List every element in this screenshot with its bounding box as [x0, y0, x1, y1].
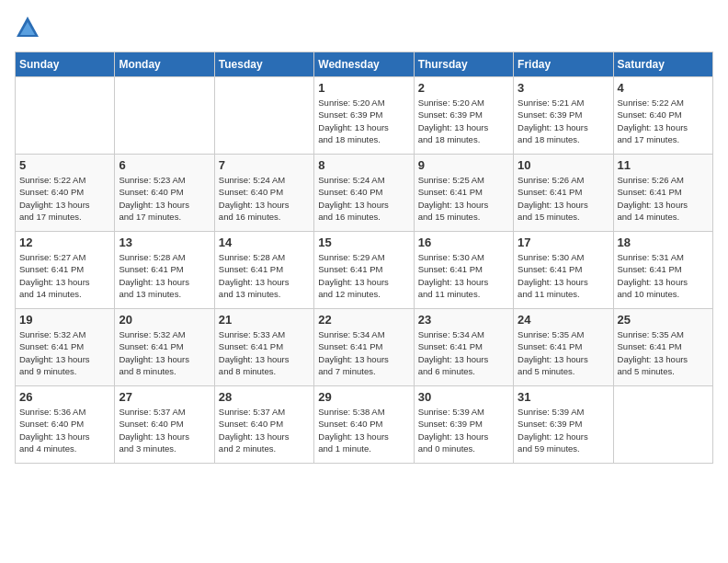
- day-info: Sunrise: 5:22 AM Sunset: 6:40 PM Dayligh…: [618, 97, 709, 145]
- day-number: 24: [518, 313, 609, 327]
- page-header: [15, 15, 713, 40]
- day-number: 8: [318, 158, 409, 172]
- day-number: 26: [19, 390, 110, 404]
- calendar-cell: 12Sunrise: 5:27 AM Sunset: 6:41 PM Dayli…: [16, 232, 115, 309]
- day-info: Sunrise: 5:34 AM Sunset: 6:41 PM Dayligh…: [418, 328, 509, 377]
- day-info: Sunrise: 5:37 AM Sunset: 6:40 PM Dayligh…: [119, 406, 210, 454]
- day-number: 6: [119, 158, 210, 172]
- calendar-cell: 29Sunrise: 5:38 AM Sunset: 6:40 PM Dayli…: [314, 386, 414, 464]
- week-row-2: 12Sunrise: 5:27 AM Sunset: 6:41 PM Dayli…: [16, 232, 713, 309]
- day-info: Sunrise: 5:30 AM Sunset: 6:41 PM Dayligh…: [518, 251, 609, 300]
- day-number: 5: [19, 158, 110, 172]
- calendar-cell: 11Sunrise: 5:26 AM Sunset: 6:41 PM Dayli…: [613, 155, 712, 232]
- calendar-cell: 10Sunrise: 5:26 AM Sunset: 6:41 PM Dayli…: [514, 155, 613, 232]
- day-number: 17: [518, 236, 609, 249]
- week-row-0: 1Sunrise: 5:20 AM Sunset: 6:39 PM Daylig…: [16, 77, 713, 155]
- calendar-cell: [214, 77, 313, 155]
- calendar-cell: 21Sunrise: 5:33 AM Sunset: 6:41 PM Dayli…: [214, 309, 313, 386]
- header-wednesday: Wednesday: [314, 52, 414, 77]
- calendar-cell: 8Sunrise: 5:24 AM Sunset: 6:40 PM Daylig…: [314, 155, 414, 232]
- calendar-cell: 20Sunrise: 5:32 AM Sunset: 6:41 PM Dayli…: [115, 309, 214, 386]
- calendar-cell: 19Sunrise: 5:32 AM Sunset: 6:41 PM Dayli…: [16, 309, 115, 386]
- day-info: Sunrise: 5:26 AM Sunset: 6:41 PM Dayligh…: [518, 174, 609, 223]
- day-info: Sunrise: 5:28 AM Sunset: 6:41 PM Dayligh…: [119, 251, 210, 300]
- day-number: 10: [518, 158, 609, 172]
- day-number: 31: [518, 390, 609, 404]
- day-number: 2: [418, 81, 509, 95]
- day-number: 4: [618, 81, 709, 95]
- calendar-cell: 18Sunrise: 5:31 AM Sunset: 6:41 PM Dayli…: [613, 232, 712, 309]
- calendar-cell: 30Sunrise: 5:39 AM Sunset: 6:39 PM Dayli…: [414, 386, 513, 464]
- calendar-cell: 24Sunrise: 5:35 AM Sunset: 6:41 PM Dayli…: [514, 309, 613, 386]
- day-info: Sunrise: 5:25 AM Sunset: 6:41 PM Dayligh…: [418, 174, 509, 223]
- calendar-cell: 2Sunrise: 5:20 AM Sunset: 6:39 PM Daylig…: [414, 77, 513, 155]
- calendar-cell: 13Sunrise: 5:28 AM Sunset: 6:41 PM Dayli…: [115, 232, 214, 309]
- logo-icon: [15, 15, 40, 40]
- calendar-cell: 6Sunrise: 5:23 AM Sunset: 6:40 PM Daylig…: [115, 155, 214, 232]
- day-info: Sunrise: 5:32 AM Sunset: 6:41 PM Dayligh…: [19, 328, 110, 377]
- day-number: 21: [219, 313, 310, 327]
- header-monday: Monday: [115, 52, 214, 77]
- day-number: 12: [19, 236, 110, 249]
- day-info: Sunrise: 5:39 AM Sunset: 6:39 PM Dayligh…: [418, 406, 509, 454]
- calendar-cell: 22Sunrise: 5:34 AM Sunset: 6:41 PM Dayli…: [314, 309, 414, 386]
- day-number: 28: [219, 390, 310, 404]
- calendar-cell: 31Sunrise: 5:39 AM Sunset: 6:39 PM Dayli…: [514, 386, 613, 464]
- day-info: Sunrise: 5:26 AM Sunset: 6:41 PM Dayligh…: [618, 174, 709, 223]
- calendar-cell: 7Sunrise: 5:24 AM Sunset: 6:40 PM Daylig…: [214, 155, 313, 232]
- day-number: 13: [119, 236, 210, 249]
- day-info: Sunrise: 5:29 AM Sunset: 6:41 PM Dayligh…: [318, 251, 409, 300]
- calendar-cell: 25Sunrise: 5:35 AM Sunset: 6:41 PM Dayli…: [613, 309, 712, 386]
- calendar-cell: 27Sunrise: 5:37 AM Sunset: 6:40 PM Dayli…: [115, 386, 214, 464]
- day-number: 9: [418, 158, 509, 172]
- header-friday: Friday: [514, 52, 613, 77]
- calendar-cell: 3Sunrise: 5:21 AM Sunset: 6:39 PM Daylig…: [514, 77, 613, 155]
- day-number: 18: [618, 236, 709, 249]
- day-number: 7: [219, 158, 310, 172]
- calendar-cell: 16Sunrise: 5:30 AM Sunset: 6:41 PM Dayli…: [414, 232, 513, 309]
- day-info: Sunrise: 5:27 AM Sunset: 6:41 PM Dayligh…: [19, 251, 110, 300]
- day-info: Sunrise: 5:35 AM Sunset: 6:41 PM Dayligh…: [518, 328, 609, 377]
- day-info: Sunrise: 5:35 AM Sunset: 6:41 PM Dayligh…: [618, 328, 709, 377]
- header-sunday: Sunday: [16, 52, 115, 77]
- day-number: 20: [119, 313, 210, 327]
- calendar-cell: 26Sunrise: 5:36 AM Sunset: 6:40 PM Dayli…: [16, 386, 115, 464]
- day-info: Sunrise: 5:32 AM Sunset: 6:41 PM Dayligh…: [119, 328, 210, 377]
- day-info: Sunrise: 5:24 AM Sunset: 6:40 PM Dayligh…: [219, 174, 310, 223]
- day-number: 3: [518, 81, 609, 95]
- calendar-cell: 5Sunrise: 5:22 AM Sunset: 6:40 PM Daylig…: [16, 155, 115, 232]
- day-info: Sunrise: 5:24 AM Sunset: 6:40 PM Dayligh…: [318, 174, 409, 223]
- day-info: Sunrise: 5:38 AM Sunset: 6:40 PM Dayligh…: [318, 406, 409, 454]
- calendar-cell: [613, 386, 712, 464]
- header-thursday: Thursday: [414, 52, 513, 77]
- week-row-1: 5Sunrise: 5:22 AM Sunset: 6:40 PM Daylig…: [16, 155, 713, 232]
- calendar-header-row: SundayMondayTuesdayWednesdayThursdayFrid…: [16, 52, 713, 77]
- day-info: Sunrise: 5:37 AM Sunset: 6:40 PM Dayligh…: [219, 406, 310, 454]
- day-number: 22: [318, 313, 409, 327]
- calendar-table: SundayMondayTuesdayWednesdayThursdayFrid…: [15, 52, 713, 464]
- calendar-cell: [115, 77, 214, 155]
- day-info: Sunrise: 5:31 AM Sunset: 6:41 PM Dayligh…: [618, 251, 709, 300]
- day-number: 27: [119, 390, 210, 404]
- day-info: Sunrise: 5:36 AM Sunset: 6:40 PM Dayligh…: [19, 406, 110, 454]
- calendar-cell: 17Sunrise: 5:30 AM Sunset: 6:41 PM Dayli…: [514, 232, 613, 309]
- calendar-cell: 4Sunrise: 5:22 AM Sunset: 6:40 PM Daylig…: [613, 77, 712, 155]
- day-info: Sunrise: 5:33 AM Sunset: 6:41 PM Dayligh…: [219, 328, 310, 377]
- day-number: 25: [618, 313, 709, 327]
- day-number: 19: [19, 313, 110, 327]
- day-info: Sunrise: 5:20 AM Sunset: 6:39 PM Dayligh…: [318, 97, 409, 145]
- day-number: 16: [418, 236, 509, 249]
- calendar-cell: 9Sunrise: 5:25 AM Sunset: 6:41 PM Daylig…: [414, 155, 513, 232]
- day-number: 23: [418, 313, 509, 327]
- week-row-4: 26Sunrise: 5:36 AM Sunset: 6:40 PM Dayli…: [16, 386, 713, 464]
- calendar-cell: 23Sunrise: 5:34 AM Sunset: 6:41 PM Dayli…: [414, 309, 513, 386]
- day-info: Sunrise: 5:34 AM Sunset: 6:41 PM Dayligh…: [318, 328, 409, 377]
- calendar-cell: 15Sunrise: 5:29 AM Sunset: 6:41 PM Dayli…: [314, 232, 414, 309]
- day-info: Sunrise: 5:21 AM Sunset: 6:39 PM Dayligh…: [518, 97, 609, 145]
- week-row-3: 19Sunrise: 5:32 AM Sunset: 6:41 PM Dayli…: [16, 309, 713, 386]
- day-number: 1: [318, 81, 409, 95]
- calendar-cell: 14Sunrise: 5:28 AM Sunset: 6:41 PM Dayli…: [214, 232, 313, 309]
- day-number: 14: [219, 236, 310, 249]
- day-info: Sunrise: 5:20 AM Sunset: 6:39 PM Dayligh…: [418, 97, 509, 145]
- day-info: Sunrise: 5:30 AM Sunset: 6:41 PM Dayligh…: [418, 251, 509, 300]
